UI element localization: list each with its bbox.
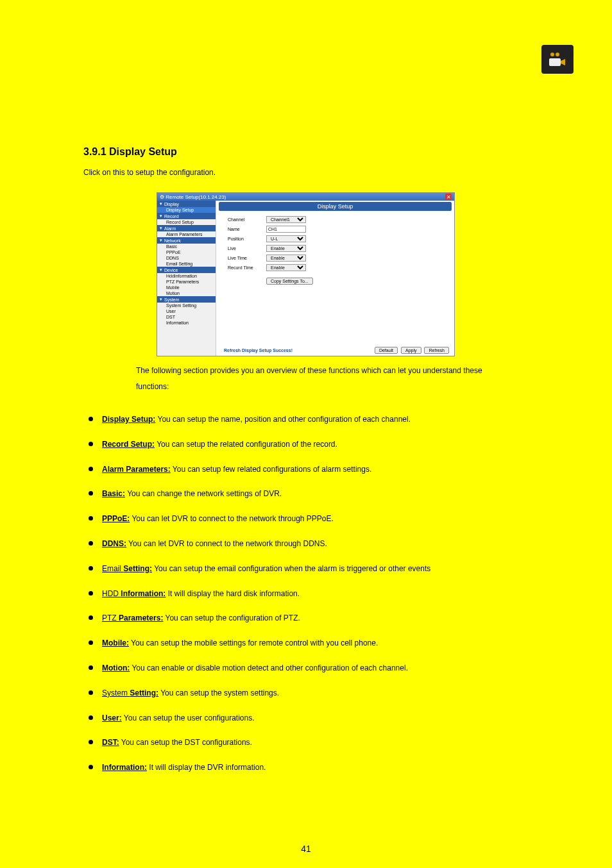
- content-banner: Display Setup: [219, 202, 452, 211]
- window-title: Remote Setup(10.1.24.23): [166, 194, 226, 200]
- sidebar-item[interactable]: User: [157, 308, 216, 314]
- bullet-icon: [89, 765, 93, 769]
- sidebar-group[interactable]: ▾Display: [157, 201, 216, 207]
- list-item-text: PTZ Parameters: You can setup the config…: [102, 613, 300, 624]
- bullet-icon: [89, 690, 93, 695]
- channel-label: Channel: [228, 217, 266, 222]
- section-heading: 3.9.1 Display Setup: [83, 146, 177, 158]
- list-item-text: Record Setup: You can setup the related …: [102, 439, 337, 450]
- sidebar-item[interactable]: Mobile: [157, 285, 216, 290]
- list-item-text: DDNS: You can let DVR to connect to the …: [102, 538, 327, 549]
- refresh-button[interactable]: Refresh: [424, 347, 449, 354]
- bullet-icon: [89, 491, 93, 496]
- sidebar-item[interactable]: Record Setup: [157, 219, 216, 225]
- intro-text-1: The following section provides you an ov…: [136, 365, 482, 376]
- remote-setup-window: ⚙ Remote Setup(10.1.24.23) ✕ ▾DisplayDis…: [157, 192, 455, 356]
- position-select[interactable]: U-L: [266, 235, 306, 242]
- apply-button[interactable]: Apply: [401, 347, 421, 354]
- list-item-text: Motion: You can enable or disable motion…: [102, 663, 408, 674]
- sidebar-item[interactable]: Basic: [157, 244, 216, 249]
- chevron-down-icon: ▾: [160, 238, 162, 243]
- list-item: Basic: You can change the network settin…: [89, 488, 538, 499]
- chevron-down-icon: ▾: [160, 267, 162, 272]
- gear-icon: ⚙: [160, 194, 164, 200]
- bullet-icon: [89, 541, 93, 546]
- svg-point-0: [550, 53, 554, 56]
- page-number: 41: [0, 844, 612, 854]
- list-item: Record Setup: You can setup the related …: [89, 439, 538, 450]
- sidebar-group[interactable]: ▾Alarm: [157, 225, 216, 231]
- list-item: DDNS: You can let DVR to connect to the …: [89, 538, 538, 549]
- bullet-icon: [89, 665, 93, 670]
- sidebar-group[interactable]: ▾Device: [157, 267, 216, 273]
- list-item-text: User: You can setup the user configurati…: [102, 713, 255, 724]
- sidebar-item[interactable]: DDNS: [157, 255, 216, 261]
- sidebar-group[interactable]: ▾System: [157, 296, 216, 303]
- list-item: Email Setting: You can setup the email c…: [89, 563, 538, 574]
- list-item-text: Basic: You can change the network settin…: [102, 488, 282, 499]
- name-input[interactable]: [266, 226, 306, 233]
- list-item-text: Alarm Parameters: You can setup few rela…: [102, 464, 371, 475]
- list-item-text: DST: You can setup the DST configuration…: [102, 737, 252, 748]
- section-description: Click on this to setup the configuration…: [83, 167, 216, 179]
- live-select[interactable]: Enable: [266, 245, 306, 252]
- bullet-icon: [89, 442, 93, 446]
- status-message: Refresh Display Setup Success!: [224, 348, 293, 353]
- sidebar-item[interactable]: HddInformation: [157, 273, 216, 279]
- bullet-icon: [89, 615, 93, 620]
- livetime-label: Live Time: [228, 256, 266, 260]
- bullet-icon: [89, 467, 93, 471]
- chevron-down-icon: ▾: [160, 297, 162, 302]
- intro-text-2: functions:: [136, 381, 169, 392]
- recordtime-select[interactable]: Enable: [266, 264, 306, 271]
- sidebar-group[interactable]: ▾Network: [157, 237, 216, 244]
- svg-rect-2: [549, 58, 561, 66]
- recordtime-label: Record Time: [228, 265, 266, 270]
- list-item: Display Setup: You can setup the name, p…: [89, 414, 538, 425]
- channel-select[interactable]: Channel1: [266, 216, 306, 223]
- sidebar-item[interactable]: System Setting: [157, 303, 216, 308]
- list-item: System Setting: You can setup the system…: [89, 688, 538, 699]
- sidebar-item[interactable]: Alarm Parameters: [157, 231, 216, 237]
- bullet-icon: [89, 566, 93, 571]
- bullet-icon: [89, 516, 93, 521]
- sidebar-group[interactable]: ▾Record: [157, 213, 216, 219]
- sidebar-item[interactable]: Information: [157, 320, 216, 326]
- position-label: Position: [228, 237, 266, 241]
- bullet-icon: [89, 591, 93, 596]
- copy-settings-button[interactable]: Copy Settings To...: [266, 278, 313, 285]
- livetime-select[interactable]: Enable: [266, 255, 306, 262]
- window-titlebar: ⚙ Remote Setup(10.1.24.23) ✕: [157, 193, 454, 201]
- close-icon[interactable]: ✕: [445, 194, 452, 200]
- sidebar-item[interactable]: PPPoE: [157, 249, 216, 255]
- list-item: Information: It will display the DVR inf…: [89, 762, 538, 773]
- list-item: HDD Information: It will display the har…: [89, 588, 538, 599]
- bullet-icon: [89, 417, 93, 421]
- default-button[interactable]: Default: [375, 347, 398, 354]
- list-item-text: Mobile: You can setup the mobile setting…: [102, 638, 378, 649]
- settings-sidebar: ▾DisplayDisplay Setup▾RecordRecord Setup…: [157, 201, 216, 356]
- list-item-text: Email Setting: You can setup the email c…: [102, 563, 430, 574]
- chevron-down-icon: ▾: [160, 213, 162, 219]
- list-item-text: Information: It will display the DVR inf…: [102, 762, 266, 773]
- list-item: DST: You can setup the DST configuration…: [89, 737, 538, 748]
- chevron-down-icon: ▾: [160, 226, 162, 231]
- list-item-text: HDD Information: It will display the har…: [102, 588, 300, 599]
- sidebar-item[interactable]: PTZ Parameters: [157, 279, 216, 285]
- list-item: PTZ Parameters: You can setup the config…: [89, 613, 538, 624]
- bullet-icon: [89, 715, 93, 720]
- sidebar-item[interactable]: Display Setup: [157, 207, 216, 213]
- bullet-icon: [89, 640, 93, 645]
- list-item: Motion: You can enable or disable motion…: [89, 663, 538, 674]
- sidebar-item[interactable]: Motion: [157, 290, 216, 296]
- header-logo-icon: [541, 45, 574, 74]
- sidebar-item[interactable]: DST: [157, 314, 216, 320]
- list-item-text: PPPoE: You can let DVR to connect to the…: [102, 513, 334, 524]
- list-item-text: Display Setup: You can setup the name, p…: [102, 414, 411, 425]
- list-item: PPPoE: You can let DVR to connect to the…: [89, 513, 538, 524]
- live-label: Live: [228, 246, 266, 251]
- settings-content: Display Setup Channel Channel1 Name Posi…: [216, 201, 454, 356]
- sidebar-item[interactable]: Email Setting: [157, 261, 216, 267]
- bullet-icon: [89, 740, 93, 744]
- chevron-down-icon: ▾: [160, 201, 162, 206]
